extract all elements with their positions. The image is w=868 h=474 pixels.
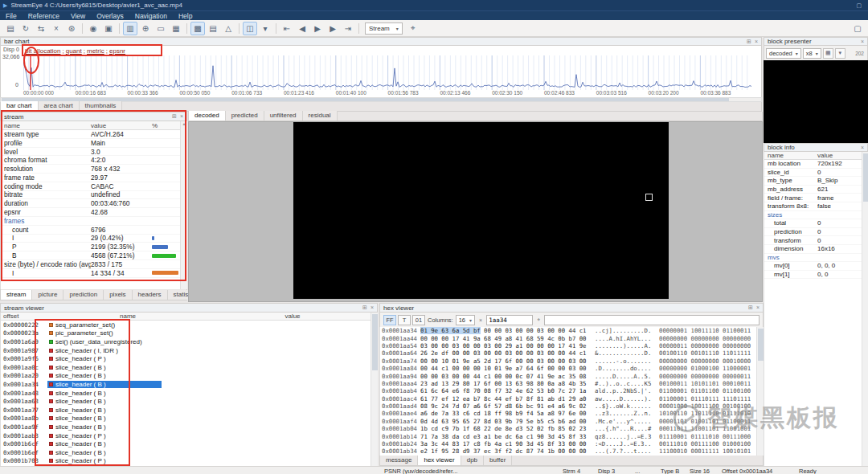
mb-info-icon[interactable]: ▤: [206, 22, 220, 35]
hex-row[interactable]: 0x0001aa7400 00 10 01 9e a5 2d 17 6f 00 …: [380, 358, 764, 365]
open-file-icon[interactable]: ▤: [3, 22, 18, 35]
table-row[interactable]: coding modeCABAC: [1, 182, 186, 191]
close-icon[interactable]: ×: [756, 304, 760, 311]
hex-row[interactable]: 0x0001aa5403 00 00 03 00 00 03 00 29 a1 …: [380, 342, 764, 349]
nal-row[interactable]: 0x0001aa9fslice_header ( B ): [1, 423, 378, 431]
hex-row[interactable]: 0x0001aad408 9c 24 7d 07 a6 6f 57 d8 6b …: [380, 402, 764, 410]
table-row[interactable]: field / frame:frame: [764, 194, 868, 202]
table-row[interactable]: profileMain: [1, 139, 186, 148]
table-row[interactable]: chroma format4:2:0: [1, 156, 186, 165]
table-row[interactable]: epsnr42.68: [1, 208, 186, 217]
nal-row[interactable]: 0x0001aa63slice_header ( B ): [1, 397, 378, 406]
table-row[interactable]: slice_id0: [764, 169, 868, 178]
settings-icon[interactable]: ⊛: [64, 22, 79, 35]
presenter-zoom-select[interactable]: x8 ▾: [803, 48, 821, 59]
panel-menu-icon[interactable]: ⊞: [362, 304, 367, 311]
tab-prediction[interactable]: prediction: [63, 290, 104, 300]
block-info-scrollbar[interactable]: [862, 152, 868, 466]
table-row[interactable]: resolution768 x 432: [1, 165, 186, 174]
tab-buffer[interactable]: buffer: [484, 456, 512, 465]
panel-menu-icon[interactable]: ⊞: [748, 304, 753, 311]
mv-overlay-icon[interactable]: △: [221, 22, 235, 35]
hex-row[interactable]: 0x0001ab041b cd c9 7b 1f 68 22 de 8e d3 …: [380, 425, 764, 432]
table-row[interactable]: sizes: [764, 211, 868, 220]
tab-residual[interactable]: residual: [303, 111, 338, 121]
scrollbar-thumb[interactable]: [372, 314, 378, 370]
table-row[interactable]: I14 334 / 34: [1, 269, 186, 278]
tab-stream[interactable]: stream: [1, 290, 32, 300]
close-icon[interactable]: ×: [861, 145, 864, 150]
compare-icon[interactable]: ⇆: [34, 22, 48, 35]
goto-offset-input[interactable]: [486, 315, 533, 325]
clear-icon[interactable]: ×: [477, 317, 484, 323]
hex-row[interactable]: 0x0001ab1471 7a 38 da cd e3 a1 be dc 6a …: [380, 432, 764, 439]
prev-frame-icon[interactable]: ◀: [295, 22, 309, 35]
last-frame-icon[interactable]: ⇥: [341, 22, 355, 35]
display-menu-icon[interactable]: ▾: [258, 22, 272, 35]
nal-row[interactable]: 0x0001b6efslice_header ( B ): [1, 448, 378, 457]
hex-row[interactable]: 0x0001aa9400 00 03 00 00 44 c1 00 00 0c …: [380, 372, 764, 379]
panel-menu-icon[interactable]: ⊞: [172, 113, 177, 120]
ruler-icon[interactable]: ▭: [154, 22, 168, 35]
tab-dpb[interactable]: dpb: [461, 456, 484, 465]
first-frame-icon[interactable]: ⇤: [280, 22, 294, 35]
nal-row[interactable]: 0x0001aa77slice_header ( B ): [1, 406, 378, 415]
info-icon[interactable]: ◉: [86, 22, 100, 35]
scrollbar-thumb[interactable]: [863, 153, 868, 202]
bar-chart-area[interactable]: Disp 0 32,066 0 bit allocation;quant;met…: [0, 46, 762, 97]
table-row[interactable]: P2199 (32.35%): [1, 243, 186, 251]
table-row[interactable]: mvs: [764, 254, 868, 263]
scrollbar-thumb[interactable]: [758, 329, 764, 361]
hex-row[interactable]: 0x0001aac461 77 ef 12 ea b7 8c 44 ef b7 …: [380, 395, 764, 402]
nal-row[interactable]: 0x0001b703slice_header ( P ): [1, 457, 378, 466]
decoded-frame[interactable]: [293, 122, 669, 299]
table-row[interactable]: level3.0: [1, 148, 186, 157]
reload-icon[interactable]: ↻: [18, 22, 33, 35]
nal-row[interactable]: 0x0001a9f6slice_header ( P ): [1, 354, 378, 363]
hex-row[interactable]: 0x0001aaf40d 4d 63 95 65 27 8d 03 9b 79 …: [380, 418, 764, 425]
tab-hex-viewer[interactable]: hex viewer: [418, 456, 461, 465]
scroll-up-icon[interactable]: ▲: [182, 121, 186, 126]
close-file-icon[interactable]: ×: [49, 22, 63, 35]
close-icon[interactable]: ×: [180, 113, 183, 120]
table-row[interactable]: mb_typeB_Skip: [764, 177, 868, 186]
menu-view[interactable]: View: [65, 12, 91, 20]
bit-allocation-chart[interactable]: [23, 55, 751, 90]
table-row[interactable]: transform0: [764, 236, 868, 245]
hex-dump[interactable]: 0x0001aa3401 9e 63 6a 5d bf 00 00 03 00 …: [379, 327, 764, 456]
presenter-grid-icon[interactable]: ▦: [823, 48, 833, 59]
table-row[interactable]: transform 8x8:false: [764, 202, 868, 211]
hex-row[interactable]: 0x0001aa4400 00 00 17 41 9a 68 49 a8 41 …: [380, 334, 764, 341]
menu-help[interactable]: Help: [173, 12, 198, 20]
stream-table-scrollbar[interactable]: ▲: [180, 121, 187, 289]
nal-row[interactable]: 0x0001aa34slice_header ( B ): [1, 380, 378, 389]
tab-picture[interactable]: picture: [32, 290, 63, 300]
nal-row[interactable]: 0x0001aa0cslice_header ( B ): [1, 363, 378, 372]
columns-select[interactable]: 16 ▾: [456, 315, 475, 325]
chart-overlay-tab-bit-allocation[interactable]: bit allocation: [25, 47, 60, 55]
hex-row[interactable]: 0x0001aab461 6c 64 e6 f8 70 08 f7 32 4e …: [380, 387, 764, 394]
hex-row[interactable]: 0x0001aaa423 ad 13 29 80 17 6f 00 13 63 …: [380, 380, 764, 387]
hex-row[interactable]: 0x0001aa8400 44 c1 00 00 00 10 01 9e a7 …: [380, 365, 764, 372]
hex-mode-ff-button[interactable]: FF: [383, 315, 396, 325]
table-row[interactable]: mb_address621: [764, 186, 868, 194]
tab-predicted[interactable]: predicted: [226, 111, 264, 121]
display-mode-icon[interactable]: ◫: [243, 22, 257, 35]
close-icon[interactable]: ×: [755, 39, 758, 45]
hex-row[interactable]: 0x0001aae4a6 de 7a 33 c6 cd 18 ff 98 b9 …: [380, 410, 764, 417]
table-row[interactable]: mv[0]0, 0, 0: [764, 262, 868, 271]
table-row[interactable]: I29 (0.42%): [1, 235, 186, 243]
next-frame-icon[interactable]: ▶: [326, 22, 340, 35]
tab-area-chart[interactable]: area chart: [39, 101, 80, 111]
tab-headers[interactable]: headers: [133, 290, 168, 300]
nal-row[interactable]: 0x0001aab3slice_header ( P ): [1, 431, 378, 440]
table-row[interactable]: frames: [1, 217, 186, 226]
hex-row[interactable]: 0x0001ab243a 3c 44 83 17 c8 fb 4a c1 90 …: [380, 440, 764, 447]
table-row[interactable]: count6796: [1, 226, 186, 235]
close-icon[interactable]: ×: [371, 304, 374, 311]
menu-overlays[interactable]: Overlays: [91, 12, 129, 20]
hex-viewer-scrollbar[interactable]: [756, 327, 764, 456]
tab-message[interactable]: message: [380, 456, 418, 465]
presenter-mode-select[interactable]: decoded ▾: [766, 48, 801, 59]
hex-search-input[interactable]: [544, 315, 760, 325]
